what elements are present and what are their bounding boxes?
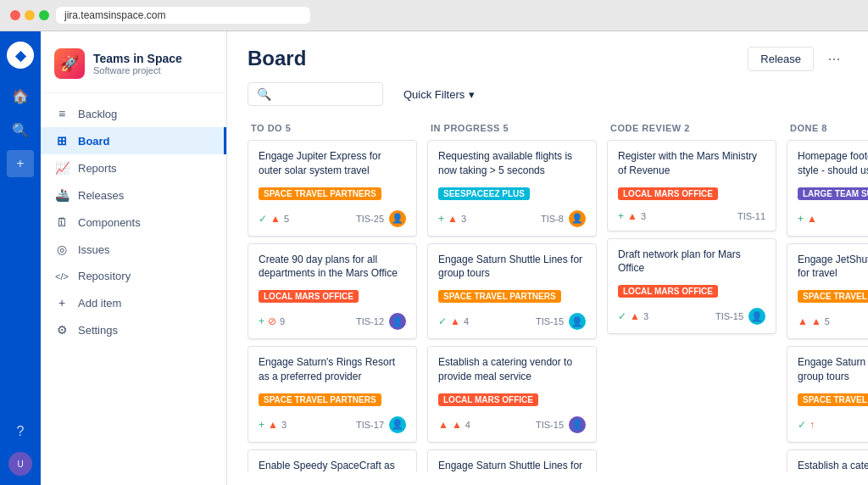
- card-meta: TIS-15👤: [715, 308, 765, 325]
- card-icons: ✓▲5: [259, 213, 289, 225]
- settings-icon: ⚙: [54, 323, 70, 337]
- card[interactable]: Establish a catering vendor to provide m…: [427, 346, 597, 443]
- card-count: 5: [825, 316, 830, 326]
- card-id: TIS-17: [356, 420, 384, 430]
- nav-help-icon[interactable]: ?: [7, 418, 34, 445]
- card-icon1: ✓: [798, 419, 806, 431]
- card-id: TIS-8: [541, 214, 564, 224]
- sidebar-item-releases[interactable]: 🚢 Releases: [41, 181, 226, 209]
- card[interactable]: Homepage footer uses an inline style - s…: [787, 140, 868, 237]
- card-icons: ✓↑: [798, 419, 815, 431]
- card-label: LOCAL MARS OFFICE: [438, 393, 538, 406]
- column-header-done: DONE 8: [787, 116, 868, 140]
- card-icon1: ✓: [259, 213, 267, 225]
- card-footer: +▲3TIS-17👤: [259, 416, 406, 433]
- sidebar-item-board[interactable]: ⊞ Board: [41, 127, 226, 154]
- card[interactable]: Engage Saturn Shuttle Lines for group to…: [787, 346, 868, 443]
- card-icon1: ▲: [438, 419, 448, 431]
- sidebar-item-reports[interactable]: 📈 Reports: [41, 154, 226, 181]
- nav-user-avatar[interactable]: U: [8, 452, 32, 476]
- more-options-button[interactable]: ···: [821, 45, 848, 72]
- sidebar-item-label: Issues: [78, 243, 110, 256]
- card-icon1: ✓: [438, 315, 447, 327]
- card-label: SPACE TRAVEL PARTNERS: [798, 290, 868, 303]
- card-icons: ▲▲5: [798, 315, 830, 327]
- card-footer: ✓▲5TIS-25👤: [259, 210, 406, 227]
- nav-add-icon[interactable]: +: [7, 150, 34, 177]
- nav-logo[interactable]: ◆: [7, 42, 34, 69]
- dot-red[interactable]: [10, 10, 20, 20]
- card-meta: TIS-11: [737, 211, 765, 221]
- card-icon2: ▲: [630, 310, 640, 322]
- card[interactable]: Register with the Mars Ministry of Reven…: [607, 140, 776, 231]
- card-icon1: ▲: [798, 315, 808, 327]
- search-box[interactable]: 🔍: [248, 82, 383, 106]
- card[interactable]: Engage Saturn Shuttle Lines for group to…: [427, 449, 597, 472]
- card-count: 3: [461, 214, 466, 224]
- card[interactable]: Engage JetShuttle SpaceWays for travelSP…: [787, 243, 868, 340]
- card-icon2: ▲: [448, 213, 458, 225]
- card-count: 4: [464, 316, 469, 326]
- project-name: Teams in Space: [93, 52, 182, 65]
- column-cards-todo: Engage Jupiter Express for outer solar s…: [248, 140, 417, 472]
- sidebar-item-label: Components: [78, 216, 141, 229]
- card-count: 3: [643, 311, 648, 321]
- card-id: TIS-15: [715, 311, 743, 321]
- card-meta: TIS-25👤: [356, 210, 406, 227]
- dot-green[interactable]: [39, 10, 49, 20]
- board-column-codereview: CODE REVIEW 2Register with the Mars Mini…: [607, 116, 776, 472]
- quick-filters-button[interactable]: Quick Filters ▾: [393, 83, 485, 106]
- sidebar-item-add-item[interactable]: + Add item: [41, 289, 226, 316]
- sidebar-item-settings[interactable]: ⚙ Settings: [41, 316, 226, 343]
- card[interactable]: Enable Speedy SpaceCraft as the preferre…: [248, 449, 417, 472]
- card[interactable]: Engage Saturn Shuttle Lines for group to…: [427, 243, 597, 340]
- card-icon1: +: [259, 315, 264, 327]
- card-footer: ✓▲3TIS-15👤: [618, 308, 765, 325]
- card-icon2: ▲: [807, 213, 817, 225]
- issues-icon: ◎: [54, 242, 70, 256]
- project-info: Teams in Space Software project: [93, 52, 182, 75]
- browser-chrome: jira.teamsinspace.com: [0, 0, 868, 31]
- card-count: 4: [465, 420, 470, 430]
- card[interactable]: Engage Jupiter Express for outer solar s…: [248, 140, 417, 237]
- search-input[interactable]: [276, 88, 374, 101]
- sidebar-item-label: Releases: [78, 189, 124, 202]
- card-footer: ✓▲4TIS-15👤: [438, 313, 586, 330]
- reports-icon: 📈: [54, 161, 70, 175]
- sidebar-nav: ≡ Backlog ⊞ Board 📈 Reports 🚢 Releases 🗓…: [41, 93, 226, 350]
- sidebar-item-label: Repository: [78, 270, 131, 282]
- releases-icon: 🚢: [54, 188, 70, 202]
- card[interactable]: Draft network plan for Mars OfficeLOCAL …: [607, 238, 776, 335]
- card[interactable]: Establish a catering vendor to provide m…: [787, 449, 868, 472]
- column-cards-done: Homepage footer uses an inline style - s…: [787, 140, 868, 472]
- card-icon1: ✓: [618, 310, 626, 322]
- card[interactable]: Engage Saturn's Rings Resort as a prefer…: [248, 346, 417, 443]
- card-title: Requesting available flights is now taki…: [438, 149, 586, 178]
- sidebar-item-repository[interactable]: </> Repository: [41, 263, 226, 289]
- card-title: Engage Saturn Shuttle Lines for group to…: [438, 459, 586, 472]
- main-header: Board Release ···: [227, 31, 868, 72]
- card-label: SPACE TRAVEL PARTNERS: [798, 393, 868, 406]
- card-label: SPACE TRAVEL PARTNERS: [438, 290, 561, 303]
- card-title: Draft network plan for Mars Office: [618, 248, 765, 276]
- main-content: Board Release ··· 🔍 Quick Filters ▾ TO D…: [227, 31, 868, 485]
- card-meta: TIS-15👤: [536, 416, 586, 433]
- card-meta: TIS-12👤: [356, 313, 406, 330]
- card-footer: ▲▲5TIS-23👤: [798, 313, 868, 330]
- sidebar-item-components[interactable]: 🗓 Components: [41, 209, 226, 236]
- nav-search-icon[interactable]: 🔍: [7, 116, 34, 143]
- sidebar-item-issues[interactable]: ◎ Issues: [41, 236, 226, 263]
- card[interactable]: Requesting available flights is now taki…: [427, 140, 597, 237]
- dot-yellow[interactable]: [25, 10, 35, 20]
- sidebar-item-backlog[interactable]: ≡ Backlog: [41, 100, 226, 127]
- nav-home-icon[interactable]: 🏠: [7, 82, 34, 109]
- card-label: SPACE TRAVEL PARTNERS: [259, 187, 381, 200]
- app: ◆ 🏠 🔍 + ? U 🚀 Teams in Space Software pr…: [0, 31, 868, 485]
- card-label: SPACE TRAVEL PARTNERS: [259, 393, 381, 406]
- components-icon: 🗓: [54, 215, 70, 229]
- card-id: TIS-25: [356, 214, 384, 224]
- card-id: TIS-11: [737, 211, 765, 221]
- card-count: 3: [641, 211, 646, 221]
- release-button[interactable]: Release: [748, 47, 814, 71]
- card[interactable]: Create 90 day plans for all departments …: [248, 243, 417, 340]
